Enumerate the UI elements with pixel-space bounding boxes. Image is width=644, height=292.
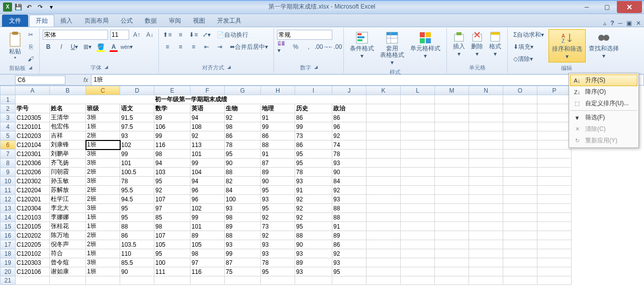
cell[interactable]: 86	[332, 113, 366, 122]
cell[interactable]: C120206	[16, 168, 50, 177]
cut-button[interactable]: ✂	[25, 29, 36, 40]
fill-button[interactable]: ⬇ 填充 ▾	[511, 41, 546, 52]
name-box[interactable]: C6	[15, 76, 65, 85]
cell[interactable]	[503, 258, 537, 267]
paste-button[interactable]: 粘贴▾	[5, 29, 25, 62]
cell[interactable]	[401, 159, 435, 168]
row-header[interactable]: 3	[1, 113, 16, 122]
cell[interactable]	[469, 104, 503, 113]
cell[interactable]: 104	[191, 168, 225, 177]
cell[interactable]: 95	[120, 204, 154, 213]
menu-item-sort-desc[interactable]: Z↓降序(O)	[570, 86, 637, 98]
cell[interactable]	[366, 204, 401, 213]
cell[interactable]: 96	[191, 195, 225, 204]
dialog-launcher-icon[interactable]: ◢	[29, 65, 32, 72]
cell[interactable]: 93	[261, 249, 295, 258]
cell[interactable]	[469, 177, 503, 186]
cell[interactable]: 91	[295, 186, 332, 195]
cell[interactable]	[401, 140, 435, 150]
cell[interactable]: C120306	[16, 159, 50, 168]
cell[interactable]: 89	[154, 113, 191, 122]
tab-数据[interactable]: 数据	[139, 15, 163, 27]
cell[interactable]: 96	[332, 122, 366, 131]
format-as-table-button[interactable]: 套用 表格格式▾	[377, 29, 407, 68]
cell[interactable]: 93	[295, 267, 332, 276]
cell[interactable]: 95	[154, 249, 191, 258]
cell[interactable]: 73	[261, 222, 295, 231]
cell[interactable]: 1班	[86, 140, 120, 150]
cell[interactable]	[469, 186, 503, 195]
cell[interactable]: C120203	[16, 131, 50, 140]
cell[interactable]: 2班	[86, 168, 120, 177]
cell[interactable]	[435, 195, 469, 204]
align-top-icon[interactable]: ⬆≡	[162, 29, 173, 40]
tab-开始[interactable]: 开始	[29, 15, 54, 27]
column-header[interactable]: G	[225, 86, 261, 95]
cell[interactable]: 103	[154, 168, 191, 177]
row-header[interactable]: 14	[1, 213, 16, 222]
minimize-button[interactable]: ─	[577, 1, 597, 13]
cell[interactable]	[537, 95, 572, 104]
cell[interactable]	[435, 240, 469, 249]
cell[interactable]: 86	[332, 240, 366, 249]
cell[interactable]: 100	[154, 258, 191, 267]
cell[interactable]	[503, 113, 537, 122]
phonetic-button[interactable]: wén▾	[121, 41, 132, 52]
increase-indent-icon[interactable]: ⇥	[214, 41, 225, 52]
cell[interactable]	[401, 195, 435, 204]
cell[interactable]: 齐飞扬	[50, 159, 86, 168]
align-bottom-icon[interactable]: ⬇≡	[188, 29, 199, 40]
cell[interactable]	[503, 140, 537, 150]
cell[interactable]: 90	[261, 177, 295, 186]
cell[interactable]	[503, 186, 537, 195]
cell[interactable]	[401, 122, 435, 131]
cell[interactable]	[503, 159, 537, 168]
cell[interactable]: 曾令煊	[50, 258, 86, 267]
cell[interactable]: 95	[261, 267, 295, 276]
cell[interactable]: 98	[225, 122, 261, 131]
row-header[interactable]: 8	[1, 159, 16, 168]
cell[interactable]: 1班	[86, 122, 120, 131]
cell[interactable]: 92	[191, 131, 225, 140]
cell[interactable]	[366, 140, 401, 150]
cell[interactable]	[154, 276, 191, 285]
cell[interactable]: 2班	[86, 195, 120, 204]
cell[interactable]: 113	[191, 140, 225, 150]
cell[interactable]: 97	[154, 204, 191, 213]
align-center-icon[interactable]: ≡	[175, 41, 186, 52]
cell[interactable]	[366, 267, 401, 276]
cell[interactable]	[503, 249, 537, 258]
cell[interactable]: 101	[120, 159, 154, 168]
cell[interactable]: 85	[154, 213, 191, 222]
cell[interactable]	[537, 168, 572, 177]
cell[interactable]	[366, 186, 401, 195]
cell[interactable]: 闫朝霞	[50, 168, 86, 177]
save-icon[interactable]: 💾	[13, 2, 23, 12]
cell[interactable]	[469, 131, 503, 140]
row-header[interactable]: 4	[1, 122, 16, 131]
cell[interactable]: 92	[295, 195, 332, 204]
cell[interactable]: C120101	[16, 122, 50, 131]
cell[interactable]: 93	[225, 240, 261, 249]
cell[interactable]	[435, 177, 469, 186]
column-header[interactable]: F	[191, 86, 225, 95]
cell[interactable]: 92	[261, 231, 295, 240]
format-painter-button[interactable]: 🖌	[25, 53, 36, 64]
cell[interactable]	[537, 186, 572, 195]
table-header-cell[interactable]: 政治	[332, 104, 366, 113]
cell[interactable]	[401, 249, 435, 258]
cell[interactable]: 99	[191, 213, 225, 222]
cell[interactable]	[401, 231, 435, 240]
cell[interactable]: C120202	[16, 231, 50, 240]
table-header-cell[interactable]: 生物	[225, 104, 261, 113]
cell[interactable]	[469, 240, 503, 249]
cell[interactable]: 110	[120, 249, 154, 258]
cell[interactable]: 98	[154, 222, 191, 231]
cell[interactable]	[366, 122, 401, 131]
column-header[interactable]: L	[401, 86, 435, 95]
column-header[interactable]: B	[50, 86, 86, 95]
cell[interactable]	[537, 231, 572, 240]
cell[interactable]	[469, 204, 503, 213]
cell[interactable]	[537, 177, 572, 186]
cell[interactable]: 105	[154, 240, 191, 249]
